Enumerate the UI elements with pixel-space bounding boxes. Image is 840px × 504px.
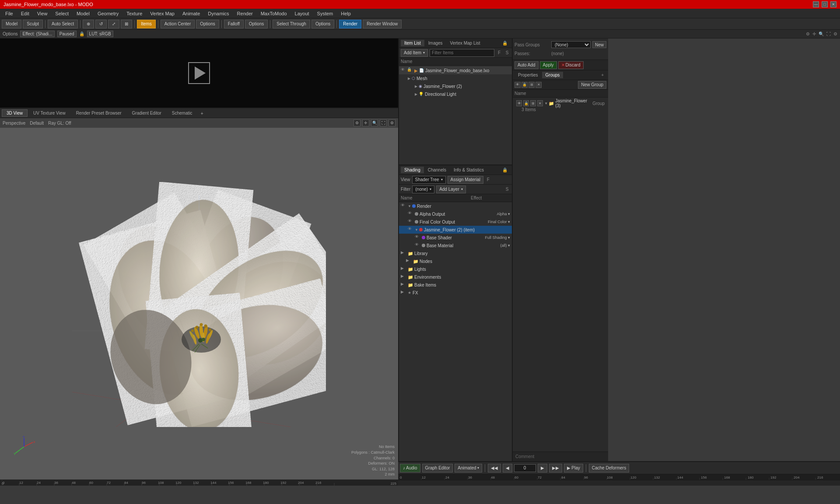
graph-editor-button[interactable]: Graph Editor (422, 464, 453, 472)
shader-item-alpha-output[interactable]: 👁 Alpha Output Alpha ▾ (399, 210, 512, 218)
shader-item-jasmine[interactable]: 👁 ▼ Jasmine_Flower (2) (item) (399, 226, 512, 234)
vp-settings-icon[interactable]: ⚙ (354, 119, 360, 126)
add-tab-button[interactable]: + (198, 110, 206, 117)
falloff-button[interactable]: Falloff (224, 20, 244, 28)
tab-properties[interactable]: Properties (514, 72, 542, 78)
tab-channels[interactable]: Channels (424, 167, 450, 173)
menu-system[interactable]: System (314, 10, 337, 17)
add-layer-button[interactable]: Add Layer (436, 186, 466, 193)
lock-panel-icon[interactable]: 🔒 (500, 40, 510, 46)
menu-select[interactable]: Select (52, 10, 72, 17)
vp-expand-icon[interactable]: ⛶ (380, 119, 387, 126)
cache-deformers-button[interactable]: Cache Deformers (589, 464, 629, 472)
list-item[interactable]: ▶ 💡 Directional Light (399, 90, 512, 98)
menu-geometry[interactable]: Geometry (94, 10, 122, 17)
menu-maxtomodo[interactable]: MaxToModo (257, 10, 290, 17)
options-3-button[interactable]: Options (312, 20, 334, 28)
maximize-button[interactable]: □ (822, 1, 828, 7)
shader-item-final-color[interactable]: 👁 Final Color Output Final Color ▾ (399, 218, 512, 226)
menu-texture[interactable]: Texture (123, 10, 146, 17)
filter-icon[interactable]: F (496, 50, 502, 56)
tab-info-statistics[interactable]: Info & Statistics (450, 167, 487, 173)
options-1-button[interactable]: Options (196, 20, 219, 28)
tab-uv-texture-view[interactable]: UV Texture View (28, 109, 70, 117)
vp-gear-icon[interactable]: ⚙ (388, 119, 396, 126)
expand-bake-icon[interactable]: ▶ (401, 282, 407, 288)
final-color-effect-dropdown[interactable]: Final Color ▾ (488, 220, 510, 224)
menu-view[interactable]: View (34, 10, 51, 17)
tab-item-list[interactable]: Item List (401, 40, 424, 46)
play-button-bottom[interactable]: ▶ Play (564, 464, 583, 472)
prev-frame-button[interactable]: ◀ (503, 464, 512, 472)
lock-panel-icon-2[interactable]: 🔒 (500, 167, 510, 173)
group-item-jasmine[interactable]: 👁 🔒 ⊞ ✕ ▼ 📁 Jasmine_Flower (3) Group (514, 99, 606, 107)
filter-extra-icon[interactable]: S (504, 50, 510, 56)
render-window-button[interactable]: Render Window (363, 20, 402, 28)
filter-dropdown[interactable]: (none) (412, 186, 434, 193)
list-item[interactable]: ▶ ◉ Jasmine_Flower (2) (399, 82, 512, 90)
vp-zoom-icon[interactable]: 🔍 (371, 119, 378, 126)
minimize-button[interactable]: — (813, 1, 819, 7)
model-button[interactable]: Model (2, 20, 21, 28)
options-2-button[interactable]: Options (245, 20, 268, 28)
group-expand-icon[interactable]: ▼ (544, 102, 548, 105)
expand-fx-icon[interactable]: ▶ (401, 290, 407, 296)
groups-icon-3[interactable]: ⊞ (528, 82, 535, 88)
prev-key-button[interactable]: ◀◀ (488, 464, 501, 472)
menu-layout[interactable]: Layout (291, 10, 313, 17)
tab-vertex-map-list[interactable]: Vertex Map List (447, 40, 484, 46)
assign-material-button[interactable]: Assign Material (448, 176, 483, 184)
groups-icon-4[interactable]: ✕ (536, 82, 542, 88)
discard-button[interactable]: ✕ Discard (558, 61, 584, 69)
tab-3d-view[interactable]: 3D View (2, 109, 28, 117)
render-button[interactable]: Render (339, 20, 361, 28)
expand-library-icon[interactable]: ▶ (401, 250, 407, 256)
next-frame-button[interactable]: ▶ (538, 464, 547, 472)
close-button[interactable]: ✕ (830, 1, 836, 7)
menu-dynamics[interactable]: Dynamics (204, 10, 232, 17)
new-group-button[interactable]: New Group (578, 81, 606, 89)
menu-animate[interactable]: Animate (179, 10, 203, 17)
shader-item-bake-items[interactable]: ▶ 📁 Bake Items (399, 281, 512, 289)
menu-render[interactable]: Render (234, 10, 256, 17)
add-item-button[interactable]: Add Item (401, 49, 428, 57)
expand-jasmine-icon[interactable]: ▼ (415, 228, 418, 232)
auto-add-button[interactable]: Auto Add (514, 61, 539, 69)
tool-icon-4[interactable]: ⊠ (121, 20, 132, 28)
audio-button[interactable]: ♪ Audio (400, 464, 420, 472)
alpha-effect-dropdown[interactable]: Alpha ▾ (497, 212, 510, 216)
groups-icon-1[interactable]: 👁 (514, 82, 521, 88)
list-item[interactable]: 👁 🔒 ▶ 📄 Jasmine_Flower_modo_base.lxo (399, 66, 512, 74)
next-key-button[interactable]: ▶▶ (549, 464, 562, 472)
tab-schematic[interactable]: Schematic (167, 109, 197, 117)
plus-icon[interactable]: + (598, 72, 606, 78)
shader-item-fx[interactable]: ▶ ★ FX (399, 289, 512, 297)
pass-groups-dropdown[interactable]: (None) (551, 41, 591, 48)
filter-items-input[interactable] (430, 49, 494, 57)
tool-icon-2[interactable]: ↺ (95, 20, 107, 28)
animated-dropdown[interactable]: Animated ▾ (455, 464, 482, 472)
apply-button[interactable]: Apply (540, 61, 557, 69)
shader-item-base-shader[interactable]: 👁 Base Shader Full Shading ▾ (399, 234, 512, 242)
tab-groups[interactable]: Groups (542, 72, 564, 78)
tool-icon-3[interactable]: ⤢ (108, 20, 119, 28)
expand-render-icon[interactable]: ▼ (408, 204, 411, 208)
tab-images[interactable]: Images (425, 40, 446, 46)
play-button[interactable] (188, 62, 210, 84)
new-pass-group-button[interactable]: New (592, 41, 606, 48)
menu-help[interactable]: Help (337, 10, 354, 17)
vp-cursor-icon[interactable]: ✛ (362, 119, 369, 126)
tab-gradient-editor[interactable]: Gradient Editor (127, 109, 166, 117)
tool-icon-1[interactable]: ⊕ (83, 20, 94, 28)
shader-item-base-material[interactable]: 👁 Base Material (all) ▾ (399, 242, 512, 249)
auto-select-button[interactable]: Auto Select (48, 20, 78, 28)
list-item[interactable]: ▶ ⬡ Mesh (399, 74, 512, 82)
menu-vertex-map[interactable]: Vertex Map (147, 10, 178, 17)
menu-model[interactable]: Model (73, 10, 93, 17)
expand-lights-icon[interactable]: ▶ (401, 266, 407, 272)
groups-icon-2[interactable]: 🔒 (522, 82, 528, 88)
items-button[interactable]: Items (137, 20, 155, 28)
base-material-effect-dropdown[interactable]: (all) ▾ (500, 243, 511, 248)
expand-nodes-icon[interactable]: ▶ (406, 258, 412, 264)
select-through-button[interactable]: Select Through (273, 20, 310, 28)
